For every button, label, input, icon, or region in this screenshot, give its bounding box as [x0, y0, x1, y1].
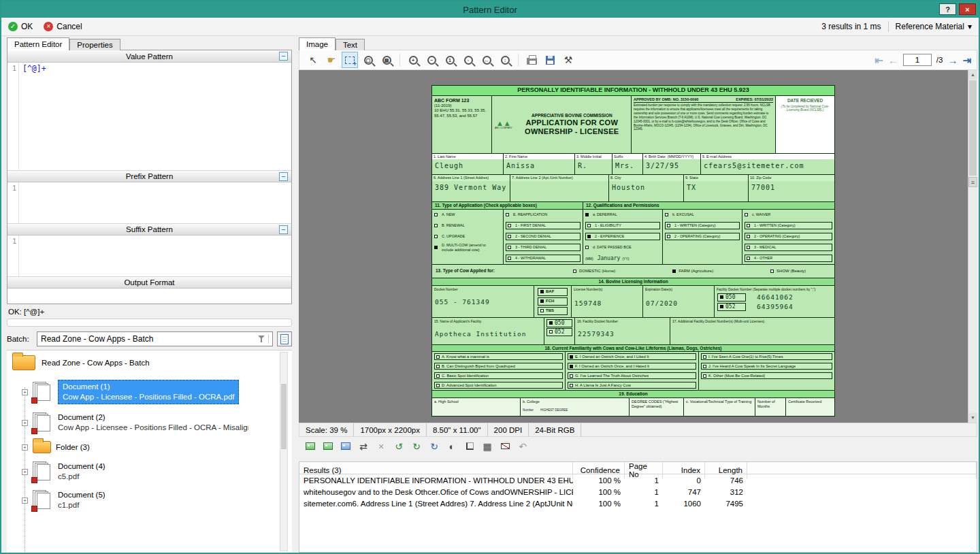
image-viewer-canvas[interactable]: PERSONALLY IDENTIFIABLE INFORMATION - WI…	[299, 70, 977, 423]
help-button[interactable]: ?	[939, 3, 956, 15]
remove-lines-button[interactable]: ▦	[481, 440, 493, 453]
tab-properties[interactable]: Properties	[69, 39, 120, 50]
form-document[interactable]: PERSONALLY IDENTIFIABLE INFORMATION - WI…	[431, 85, 835, 417]
previous-page-button[interactable]: ←	[888, 55, 898, 65]
expand-icon[interactable]: +	[22, 389, 28, 395]
cancel-button[interactable]: × Cancel	[44, 22, 82, 31]
zoom-fit-width-button[interactable]: ↔	[478, 52, 495, 68]
tab-pattern-editor[interactable]: Pattern Editor	[7, 37, 69, 50]
result-row[interactable]: sitemeter.com6. Address Line 1 (Street A…	[299, 498, 977, 509]
ok-button[interactable]: ✓ OK	[8, 22, 33, 31]
save-button[interactable]	[542, 52, 558, 68]
checkbox-icon	[703, 365, 706, 368]
rotate-ccw-button[interactable]: ↺	[393, 440, 405, 453]
tree-item-document-5[interactable]: + Document (5) c1.pdf	[22, 490, 292, 510]
zoom-actual-size-button[interactable]: 1	[442, 52, 458, 68]
tab-image[interactable]: Image	[299, 37, 336, 50]
collapse-value-button[interactable]: −	[279, 52, 288, 61]
collapse-prefix-button[interactable]: −	[279, 172, 288, 181]
status-segment: 200 DPI	[488, 423, 529, 436]
license-class-checkbox: TBS	[538, 307, 568, 315]
expand-icon[interactable]: +	[22, 469, 28, 475]
checkbox-icon	[720, 295, 723, 299]
expand-icon[interactable]: +	[22, 444, 28, 451]
education-row: a. High School b. College Number HIGHEST…	[431, 398, 835, 417]
zoom-out-button[interactable]: −	[423, 52, 440, 68]
splitter-grip-icon[interactable]: ≡	[968, 177, 977, 187]
facility-docket-number-cell: 16. Facility Docket Number 22579343	[575, 318, 670, 344]
viewer-scrollbar[interactable]: ▲ ≡ ▼	[968, 70, 977, 423]
image-export-button[interactable]	[322, 440, 334, 453]
rotate-ccw-icon: ↺	[395, 442, 403, 451]
page-number-input[interactable]	[903, 54, 932, 66]
close-button[interactable]: ×	[959, 3, 976, 15]
last-page-button[interactable]: ⇥	[962, 55, 971, 65]
spacer-column	[747, 462, 977, 478]
expand-icon[interactable]: +	[22, 498, 28, 504]
tab-text[interactable]: Text	[336, 39, 365, 50]
settings-button[interactable]: ⚒	[560, 52, 576, 68]
delete-image-button[interactable]: ×	[375, 440, 387, 453]
tree-item-document-2[interactable]: + Document (2) Cow App - Licensee - Posi…	[22, 412, 292, 433]
zoom-in-button[interactable]: +	[405, 52, 421, 68]
result-row[interactable]: whitehousegov and to the Desk Othcer.Ofi…	[299, 486, 977, 498]
facility-docket-cell: Facility Docket Number (Separate multipl…	[715, 286, 834, 317]
prefix-pattern-editor[interactable]: 1	[7, 182, 291, 223]
open-batch-document-button[interactable]	[277, 331, 292, 346]
scroll-down-icon[interactable]: ▼	[968, 413, 977, 423]
rotate-cw-icon: ↻	[412, 442, 421, 451]
familiarity-checkbox-cell: G. I've Learned The Truth About Ostriche…	[566, 371, 699, 380]
refresh-image-button[interactable]: ↻	[428, 440, 440, 453]
crop-button[interactable]	[463, 440, 476, 453]
section-19-header: 19. Education	[431, 391, 835, 398]
value-pattern-editor[interactable]: 1 [^@]+	[7, 63, 291, 170]
form-row-1: 1. Last Name Cleugh 2. First Name Anissa…	[431, 154, 835, 176]
image-zone-button[interactable]	[340, 440, 352, 453]
select-tool-button[interactable]: ↖	[305, 52, 321, 68]
facility-code-checkbox: 050	[546, 319, 572, 327]
tree-item-document-1[interactable]: + Document (1) Cow App - Licensee - Posi…	[22, 380, 292, 404]
image-import-icon	[306, 442, 315, 450]
tree-scrollbar[interactable]	[280, 352, 288, 551]
page-navigation: ⇤ ← /3 → ⇥	[875, 54, 971, 66]
image-export-icon	[323, 442, 333, 450]
familiarity-checkbox-cell: E. I Owned an Ostrich Once, and I Liked …	[566, 352, 699, 361]
result-page: 1	[625, 488, 663, 496]
deskew-button[interactable]	[499, 440, 511, 453]
collapse-suffix-button[interactable]: −	[279, 225, 288, 234]
print-button[interactable]	[523, 52, 540, 68]
reference-material-button[interactable]: Reference Material ▾	[896, 22, 972, 31]
scrollbar-thumb[interactable]	[969, 80, 977, 176]
next-page-button[interactable]: →	[947, 55, 958, 65]
checkbox-icon	[745, 213, 748, 216]
suffix-pattern-editor[interactable]: 1	[7, 235, 291, 276]
form-field: 8. City Houston	[609, 175, 684, 201]
panel-splitter[interactable]	[293, 37, 299, 553]
zoom-fit-height-button[interactable]: ↕	[497, 52, 513, 68]
cow-type-option: FARM (Agriculture)	[672, 269, 713, 274]
zoom-dynamic-tool-button[interactable]: ▢	[360, 52, 376, 68]
image-import-button[interactable]	[304, 440, 316, 453]
undo-button[interactable]: ↶	[517, 440, 529, 453]
scrollbar-thumb[interactable]	[281, 384, 287, 449]
first-page-button[interactable]: ⇤	[875, 55, 883, 65]
checkbox-icon	[506, 213, 509, 216]
zoom-fit-page-button[interactable]: ▫	[460, 52, 476, 68]
tree-item-document-4[interactable]: + Document (4) c5.pdf	[22, 461, 292, 482]
rotate-cw-button[interactable]: ↻	[410, 440, 423, 453]
batch-combobox[interactable]: Read Zone - Cow Apps - Batch	[37, 331, 273, 346]
invert-colors-button[interactable]: ◐	[446, 440, 458, 453]
image-adjust-button[interactable]: ⇄	[357, 440, 370, 453]
tree-item-folder-3[interactable]: + Folder (3)	[22, 441, 292, 453]
scroll-up-icon[interactable]: ▲	[968, 70, 977, 80]
expand-icon[interactable]: +	[22, 420, 28, 426]
zoom-select-tool-button[interactable]	[342, 52, 358, 68]
tree-root-batch[interactable]: Read Zone - Cow Apps - Batch	[7, 351, 292, 372]
tools-icon: ⚒	[564, 55, 573, 65]
section-18-header: 18. Current Familiarity with Cows and Co…	[431, 345, 835, 353]
checkbox-cell: 3 - THIRD DENIAL	[504, 242, 583, 253]
pan-tool-button[interactable]: ☛	[323, 52, 340, 68]
zoom-page-tool-button[interactable]: ▤	[378, 52, 395, 68]
filter-funnel-icon[interactable]	[258, 335, 265, 343]
checkbox-icon	[434, 246, 438, 249]
